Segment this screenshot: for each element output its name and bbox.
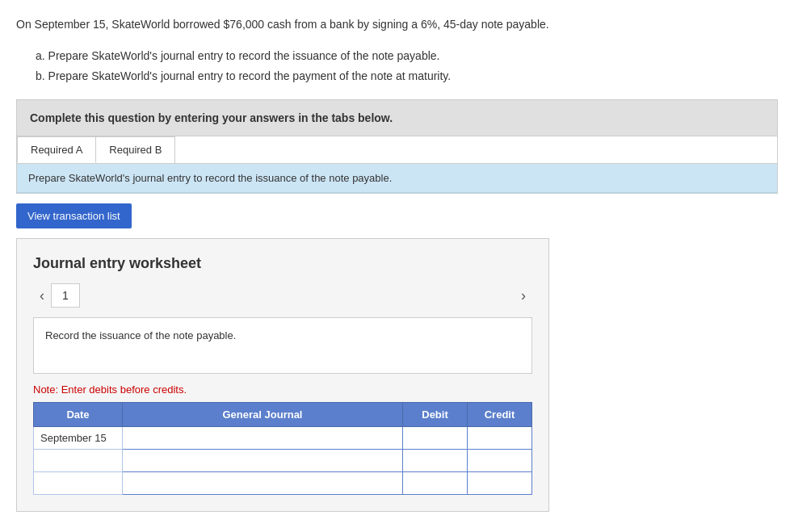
nav-row: ‹ 1 › (33, 283, 532, 308)
record-text: Record the issuance of the note payable. (45, 329, 236, 341)
row1-date: September 15 (34, 427, 123, 450)
row3-credit-input[interactable] (468, 472, 532, 495)
instruction-text: Complete this question by entering your … (30, 111, 393, 124)
point-a: a. Prepare SkateWorld's journal entry to… (36, 46, 778, 66)
record-text-box: Record the issuance of the note payable. (33, 317, 532, 374)
row2-date (34, 450, 123, 472)
row1-journal-input[interactable] (123, 427, 403, 450)
instruction-box: Complete this question by entering your … (16, 99, 778, 136)
row1-debit-input[interactable] (403, 427, 468, 450)
table-row: September 15 (34, 427, 532, 450)
point-b: b. Prepare SkateWorld's journal entry to… (36, 66, 778, 86)
nav-number-box: 1 (51, 283, 80, 308)
table-row (34, 450, 532, 472)
blue-info-bar: Prepare SkateWorld's journal entry to re… (17, 164, 777, 193)
tab-required-b[interactable]: Required B (95, 136, 175, 163)
row2-debit-input[interactable] (403, 450, 468, 472)
table-header-row: Date General Journal Debit Credit (34, 403, 532, 427)
tabs-container: Required A Required B Prepare SkateWorld… (16, 136, 778, 194)
row3-debit-input[interactable] (403, 472, 468, 495)
tab-required-a[interactable]: Required A (17, 136, 96, 163)
worksheet-title: Journal entry worksheet (33, 255, 532, 272)
table-row (34, 472, 532, 495)
header-credit: Credit (468, 403, 532, 427)
row2-journal-input[interactable] (123, 450, 403, 472)
nav-right-arrow[interactable]: › (515, 287, 532, 304)
intro-main-text: On September 15, SkateWorld borrowed $76… (16, 16, 778, 33)
row3-journal-input[interactable] (123, 472, 403, 495)
row1-credit-input[interactable] (468, 427, 532, 450)
header-date: Date (34, 403, 123, 427)
row2-credit-input[interactable] (468, 450, 532, 472)
header-debit: Debit (403, 403, 468, 427)
worksheet-card: Journal entry worksheet ‹ 1 › Record the… (16, 238, 549, 512)
nav-left-arrow[interactable]: ‹ (33, 287, 51, 304)
row3-date (34, 472, 123, 495)
header-general-journal: General Journal (123, 403, 403, 427)
note-text: Note: Enter debits before credits. (33, 383, 532, 396)
view-transaction-button[interactable]: View transaction list (16, 203, 132, 228)
tabs-row: Required A Required B (17, 136, 777, 164)
journal-table: Date General Journal Debit Credit Septem… (33, 402, 532, 495)
